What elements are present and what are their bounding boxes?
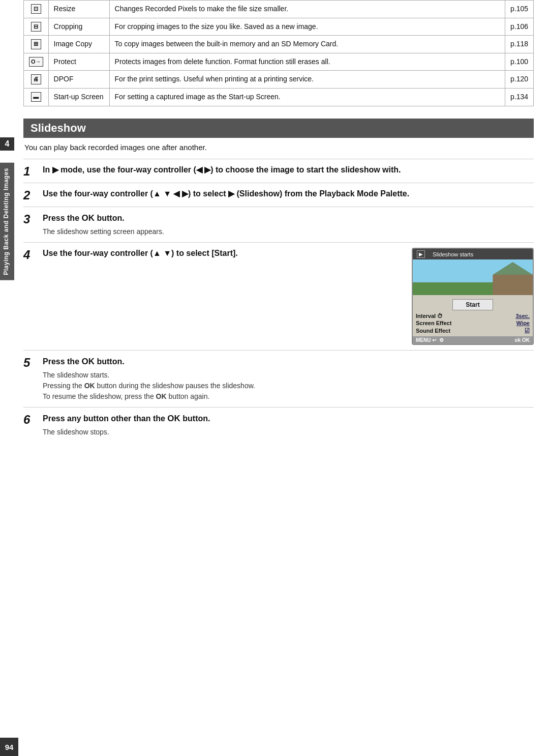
main-content: ⊡ResizeChanges Recorded Pixels to make t… xyxy=(18,0,549,756)
feature-page: p.100 xyxy=(505,53,533,71)
step-6: 6Press any button other than the OK butt… xyxy=(23,407,534,443)
step-number: 4 xyxy=(23,248,43,261)
camera-setting-row: Screen EffectWipe xyxy=(416,319,530,327)
step-number: 3 xyxy=(23,212,43,225)
step-description: To resume the slideshow, press the OK bu… xyxy=(43,391,534,402)
step-title: Use the four-way controller (▲ ▼) to sel… xyxy=(43,248,402,259)
step-title: Press the OK button. xyxy=(43,212,534,224)
svg-rect-1 xyxy=(413,282,493,295)
feature-description: For cropping images to the size you like… xyxy=(109,18,505,36)
camera-screen: ▶ Slideshow starts StartInterval ⏱3sec.S… xyxy=(412,248,534,345)
step-number: 5 xyxy=(23,356,43,369)
resize-icon: ⊡ xyxy=(24,1,49,18)
step-description: The slideshow starts. xyxy=(43,370,534,381)
dpof-icon: 🖨 xyxy=(24,71,49,89)
start-button[interactable]: Start xyxy=(452,299,493,310)
feature-page: p.118 xyxy=(505,36,533,53)
feature-page: p.134 xyxy=(505,88,533,106)
step-description: Pressing the OK button during the slides… xyxy=(43,381,534,391)
section-header: Slideshow xyxy=(23,119,534,138)
step-title: Press the OK button. xyxy=(43,356,534,368)
feature-description: For the print settings. Useful when prin… xyxy=(109,71,505,89)
feature-name: Resize xyxy=(48,1,109,18)
chapter-number: 4 xyxy=(0,137,14,151)
camera-screen-footer: MENU ↩ ⚙ok OK xyxy=(413,336,533,344)
feature-name: Protect xyxy=(48,53,109,71)
feature-name: Start-up Screen xyxy=(48,88,109,106)
feature-page: p.106 xyxy=(505,18,533,36)
step-3: 3Press the OK button.The slideshow setti… xyxy=(23,207,534,242)
cropping-icon: ⊟ xyxy=(24,18,49,36)
page-number: 94 xyxy=(0,738,18,756)
svg-rect-2 xyxy=(493,275,533,295)
startup-screen-icon: ▬ xyxy=(24,88,49,106)
feature-description: Protects images from delete function. Fo… xyxy=(109,53,505,71)
camera-setting-row: Sound Effect☑ xyxy=(416,327,530,334)
step-description: The slideshow setting screen appears. xyxy=(43,226,534,237)
image-copy-icon: ⊞ xyxy=(24,36,49,53)
feature-name: DPOF xyxy=(48,71,109,89)
protect-icon: O→ xyxy=(24,53,49,71)
feature-description: To copy images between the built-in memo… xyxy=(109,36,505,53)
step-number: 2 xyxy=(23,188,43,201)
step-number: 1 xyxy=(23,164,43,178)
step-2: 2Use the four-way controller (▲ ▼ ◀ ▶) t… xyxy=(23,183,534,207)
step-title: Use the four-way controller (▲ ▼ ◀ ▶) to… xyxy=(43,188,534,199)
step-title: Press any button other than the OK butto… xyxy=(43,413,534,425)
camera-setting-row: Interval ⏱3sec. xyxy=(416,312,530,319)
step-1: 1In ▶ mode, use the four-way controller … xyxy=(23,159,534,183)
feature-page: p.105 xyxy=(505,1,533,18)
feature-name: Image Copy xyxy=(48,36,109,53)
left-sidebar: 4 Playing Back and Deleting Images 94 xyxy=(0,0,18,756)
feature-name: Cropping xyxy=(48,18,109,36)
intro-text: You can play back recorded images one af… xyxy=(23,143,534,152)
feature-description: Changes Recorded Pixels to make the file… xyxy=(109,1,505,18)
feature-page: p.120 xyxy=(505,71,533,89)
step-4: 4Use the four-way controller (▲ ▼) to se… xyxy=(23,242,534,350)
step-description: The slideshow stops. xyxy=(43,427,534,438)
chapter-label: Playing Back and Deleting Images xyxy=(0,163,14,280)
features-table: ⊡ResizeChanges Recorded Pixels to make t… xyxy=(23,0,534,106)
step-number: 6 xyxy=(23,413,43,426)
step-title: In ▶ mode, use the four-way controller (… xyxy=(43,164,534,176)
steps-container: 1In ▶ mode, use the four-way controller … xyxy=(23,159,534,443)
section-title: Slideshow xyxy=(30,122,86,135)
feature-description: For setting a captured image as the Star… xyxy=(109,88,505,106)
step-5: 5Press the OK button.The slideshow start… xyxy=(23,350,534,407)
